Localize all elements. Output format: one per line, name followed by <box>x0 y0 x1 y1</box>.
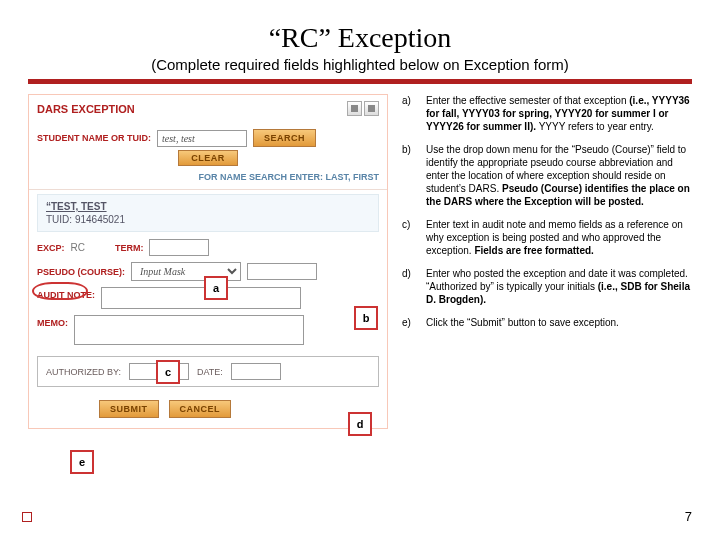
slide-subtitle: (Complete required fields highlighted be… <box>28 56 692 73</box>
instruction-letter: d) <box>402 267 416 306</box>
instruction-text: Enter who posted the exception and date … <box>426 267 692 306</box>
clear-button[interactable]: CLEAR <box>178 150 238 166</box>
auth-label: AUTHORIZED BY: <box>46 367 121 377</box>
instruction-letter: c) <box>402 218 416 257</box>
date-label: DATE: <box>197 367 223 377</box>
pseudo-extra-input[interactable] <box>247 263 317 280</box>
pseudo-label: PSEUDO (COURSE): <box>37 267 125 277</box>
memo-input[interactable] <box>74 315 304 345</box>
title-underline <box>28 79 692 84</box>
callout-b: b <box>354 306 378 330</box>
student-label: STUDENT NAME OR TUID: <box>37 133 151 143</box>
tuid-label: TUID: <box>46 214 72 225</box>
callout-a: a <box>204 276 228 300</box>
submit-button[interactable]: SUBMIT <box>99 400 159 418</box>
memo-label: MEMO: <box>37 315 68 328</box>
instruction-d: d) Enter who posted the exception and da… <box>402 267 692 306</box>
audit-note-input[interactable] <box>101 287 301 309</box>
excp-label: EXCP: <box>37 243 65 253</box>
term-label: TERM: <box>115 243 144 253</box>
instruction-text: Enter the effective semester of that exc… <box>426 94 692 133</box>
callout-e: e <box>70 450 94 474</box>
student-input[interactable] <box>157 130 247 147</box>
tuid-value: 914645021 <box>75 214 125 225</box>
instruction-letter: a) <box>402 94 416 133</box>
date-input[interactable] <box>231 363 281 380</box>
student-name: “TEST, TEST <box>46 201 370 212</box>
instruction-letter: e) <box>402 316 416 329</box>
dars-exception-form: DARS EXCEPTION STUDENT NAME OR TUID: SEA… <box>28 94 388 429</box>
page-number: 7 <box>685 509 692 524</box>
instruction-text: Click the “Submit” button to save except… <box>426 316 692 329</box>
callout-c: c <box>156 360 180 384</box>
instruction-a: a) Enter the effective semester of that … <box>402 94 692 133</box>
instruction-text: Enter text in audit note and memo fields… <box>426 218 692 257</box>
instruction-letter: b) <box>402 143 416 208</box>
auth-box: AUTHORIZED BY: DATE: <box>37 356 379 387</box>
student-result-box: “TEST, TEST TUID: 914645021 <box>37 194 379 232</box>
instruction-c: c) Enter text in audit note and memo fie… <box>402 218 692 257</box>
subtitle-text: Complete required fields highlighted bel… <box>156 56 569 73</box>
excp-value: RC <box>71 242 85 253</box>
instruction-b: b) Use the drop down menu for the “Pseud… <box>402 143 692 208</box>
instruction-text: Use the drop down menu for the “Pseudo (… <box>426 143 692 208</box>
search-button[interactable]: SEARCH <box>253 129 316 147</box>
name-hint: FOR NAME SEARCH ENTER: LAST, FIRST <box>198 172 379 182</box>
cancel-button[interactable]: CANCEL <box>169 400 232 418</box>
instructions-panel: a) Enter the effective semester of that … <box>402 94 692 429</box>
instruction-e: e) Click the “Submit” button to save exc… <box>402 316 692 329</box>
term-input[interactable] <box>149 239 209 256</box>
audit-label: AUDIT NOTE: <box>37 287 95 300</box>
slide-title: “RC” Exception <box>28 22 692 54</box>
form-header: DARS EXCEPTION <box>37 103 135 115</box>
window-icon-1[interactable] <box>347 101 362 116</box>
slide-bullet-marker <box>22 512 32 522</box>
callout-d: d <box>348 412 372 436</box>
window-icon-2[interactable] <box>364 101 379 116</box>
